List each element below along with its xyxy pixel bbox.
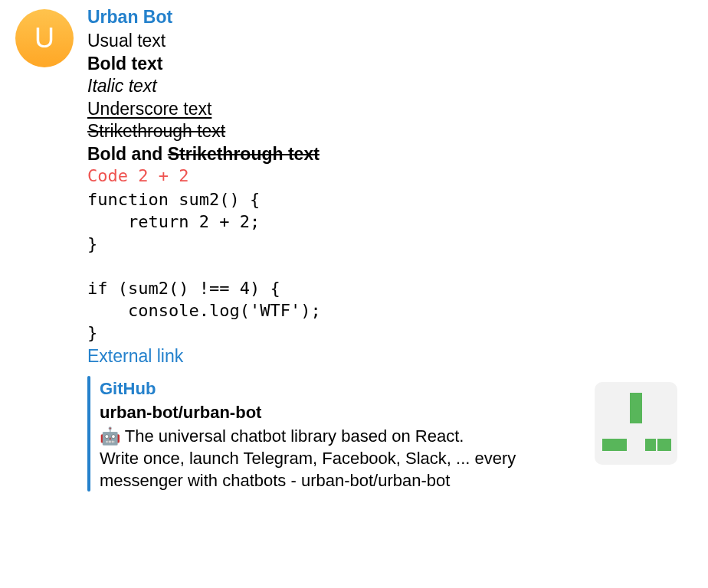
text-bold-prefix: Bold and bbox=[87, 144, 168, 164]
sender-name[interactable]: Urban Bot bbox=[87, 6, 696, 28]
chat-message: U Urban Bot Usual text Bold text Italic … bbox=[0, 0, 708, 498]
avatar-initial: U bbox=[34, 22, 54, 54]
text-italic: Italic text bbox=[87, 75, 696, 97]
preview-title: urban-bot/urban-bot bbox=[100, 401, 585, 423]
text-code-block: function sum2() { return 2 + 2; } if (su… bbox=[87, 188, 696, 344]
link-preview[interactable]: GitHub urban-bot/urban-bot 🤖 The univers… bbox=[87, 376, 677, 492]
text-bold: Bold text bbox=[87, 53, 696, 75]
preview-desc-line1: The universal chatbot library based on R… bbox=[120, 426, 464, 446]
preview-desc-rest: Write once, launch Telegram, Facebook, S… bbox=[100, 447, 585, 492]
avatar[interactable]: U bbox=[15, 9, 74, 67]
thumb-pixel-icon bbox=[602, 439, 627, 451]
text-usual: Usual text bbox=[87, 30, 696, 52]
thumb-pixel-icon bbox=[630, 393, 642, 423]
preview-site: GitHub bbox=[100, 377, 585, 400]
text-bold-strike: Strikethrough text bbox=[168, 144, 320, 164]
text-inline-code: Code 2 + 2 bbox=[87, 165, 696, 187]
preview-accent-bar bbox=[87, 376, 90, 492]
preview-body: GitHub urban-bot/urban-bot 🤖 The univers… bbox=[100, 376, 585, 492]
preview-description: 🤖 The universal chatbot library based on… bbox=[100, 425, 585, 492]
text-underscore: Underscore text bbox=[87, 98, 696, 120]
external-link[interactable]: External link bbox=[87, 345, 696, 368]
preview-emoji: 🤖 bbox=[100, 426, 120, 446]
text-strike: Strikethrough text bbox=[87, 120, 696, 142]
preview-thumbnail bbox=[595, 382, 677, 465]
thumb-pixel-icon bbox=[645, 439, 656, 451]
message-content: Urban Bot Usual text Bold text Italic te… bbox=[87, 6, 696, 492]
thumb-pixel-icon bbox=[657, 439, 671, 451]
text-bold-strike-line: Bold and Strikethrough text bbox=[87, 143, 696, 165]
